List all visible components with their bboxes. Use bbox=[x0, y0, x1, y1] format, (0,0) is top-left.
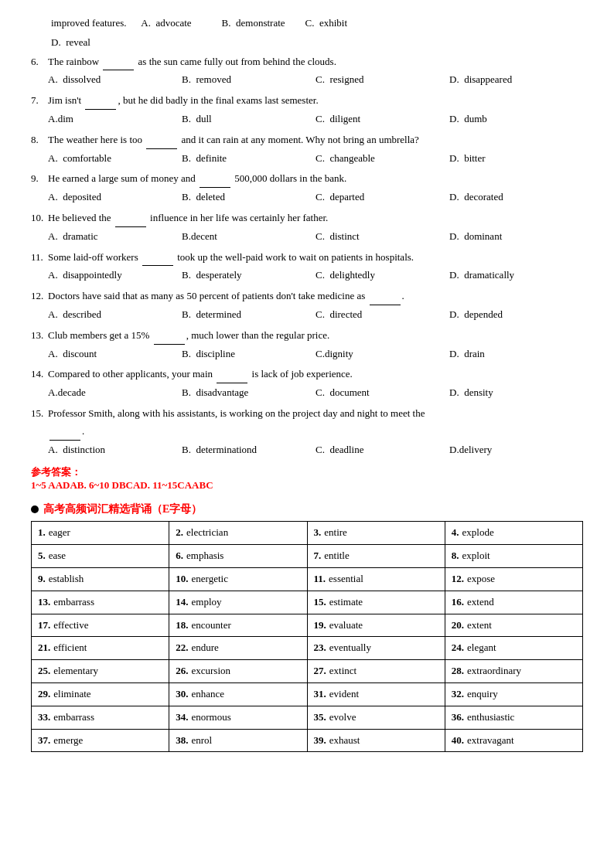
vocab-word: electrician bbox=[186, 526, 228, 538]
q8-options: A. comfortable B. definite C. changeable… bbox=[48, 151, 583, 167]
q11-text: Some laid-off workers took up the well-p… bbox=[48, 250, 583, 267]
vocab-word: eliminate bbox=[53, 688, 90, 700]
q9-text: He earned a large sum of money and 500,0… bbox=[48, 171, 583, 188]
vocab-num: 26. bbox=[176, 665, 188, 676]
vocab-cell: 10.energetic bbox=[169, 567, 307, 591]
vocab-word: eager bbox=[49, 526, 70, 538]
vocab-cell: 39.exhaust bbox=[307, 729, 445, 752]
answer-title: 参考答案： bbox=[31, 465, 583, 479]
vocab-num: 21. bbox=[38, 642, 50, 653]
vocab-word: enrol bbox=[192, 734, 213, 746]
vocab-num: 22. bbox=[176, 642, 188, 653]
vocab-cell: 6.emphasis bbox=[169, 545, 307, 568]
q14-opt-c: C. document bbox=[316, 385, 449, 401]
vocab-cell: 15.estimate bbox=[307, 591, 445, 614]
vocab-num: 12. bbox=[452, 573, 464, 584]
q7-num: 7. bbox=[31, 93, 48, 110]
q12-opt-a: A. described bbox=[48, 307, 182, 323]
vocab-cell: 11.essential bbox=[307, 567, 445, 591]
q9-opt-d: D. decorated bbox=[449, 189, 583, 206]
vocab-cell: 14.employ bbox=[169, 591, 307, 614]
vocab-cell: 20.extent bbox=[445, 614, 582, 637]
vocab-word: energetic bbox=[192, 573, 228, 584]
vocab-cell: 26.excursion bbox=[169, 660, 307, 683]
vocab-num: 30. bbox=[176, 688, 188, 700]
vocab-num: 19. bbox=[314, 619, 326, 631]
vocab-word: eventually bbox=[329, 642, 371, 653]
q6-options: A. dissolved B. removed C. resigned D. d… bbox=[48, 72, 583, 88]
q8-opt-d: D. bitter bbox=[449, 151, 583, 167]
vocab-word: expose bbox=[467, 573, 495, 584]
q11-opt-d: D. dramatically bbox=[449, 267, 583, 284]
question-6: 6. The rainbow as the sun came fully out… bbox=[31, 54, 583, 71]
vocab-word: extent bbox=[467, 619, 492, 631]
vocab-cell: 35.evolve bbox=[307, 706, 445, 729]
q13-num: 13. bbox=[31, 328, 48, 345]
q9-opt-c: C. departed bbox=[316, 189, 449, 206]
vocab-word: extraordinary bbox=[467, 665, 521, 676]
vocab-num: 10. bbox=[176, 573, 188, 584]
q12-text: Doctors have said that as many as 50 per… bbox=[48, 288, 583, 305]
vocab-word: enhance bbox=[192, 688, 225, 700]
vocab-word: estimate bbox=[329, 596, 363, 608]
vocab-cell: 38.enrol bbox=[169, 729, 307, 752]
vocab-word: essential bbox=[329, 573, 363, 584]
vocab-cell: 1.eager bbox=[32, 522, 169, 545]
vocab-cell: 37.emerge bbox=[32, 729, 169, 752]
q8-opt-c: C. changeable bbox=[316, 151, 449, 167]
vocab-cell: 7.entitle bbox=[307, 545, 445, 568]
vocab-cell: 28.extraordinary bbox=[445, 660, 582, 683]
vocab-cell: 32.enquiry bbox=[445, 682, 582, 706]
q7-opt-a: A.dim bbox=[48, 111, 182, 128]
vocab-header: 高考高频词汇精选背诵（E字母） bbox=[31, 502, 583, 516]
vocab-word: extend bbox=[467, 596, 494, 608]
q7-opt-c: C. diligent bbox=[316, 111, 449, 128]
q9-blank bbox=[200, 171, 230, 188]
vocab-num: 36. bbox=[452, 711, 464, 723]
vocab-num: 23. bbox=[314, 642, 326, 653]
vocab-word: enormous bbox=[192, 711, 231, 723]
vocab-num: 8. bbox=[452, 550, 459, 561]
vocab-num: 7. bbox=[314, 550, 322, 561]
vocab-num: 6. bbox=[176, 550, 183, 561]
vocab-table: 1.eager2.electrician3.entire4.explode5.e… bbox=[31, 521, 583, 752]
q6-opt-d: D. disappeared bbox=[449, 72, 583, 88]
top-section: improved features. A. advocate B. demons… bbox=[31, 15, 583, 458]
q9-num: 9. bbox=[31, 171, 48, 188]
q13-opt-a: A. discount bbox=[48, 346, 182, 363]
vocab-cell: 16.extend bbox=[445, 591, 582, 614]
q9-opt-a: A. deposited bbox=[48, 189, 182, 206]
vocab-num: 38. bbox=[176, 734, 188, 746]
vocab-num: 16. bbox=[452, 596, 464, 608]
q15-text-cont: . bbox=[48, 424, 583, 441]
q14-options: A.decade B. disadvantage C. document D. … bbox=[48, 385, 583, 401]
vocab-num: 31. bbox=[314, 688, 326, 700]
bullet-icon bbox=[31, 505, 39, 513]
q6-text: The rainbow as the sun came fully out fr… bbox=[48, 54, 583, 71]
vocab-cell: 34.enormous bbox=[169, 706, 307, 729]
vocab-word: ease bbox=[49, 550, 66, 561]
vocab-word: elegant bbox=[467, 642, 496, 653]
q10-options: A. dramatic B.decent C. distinct D. domi… bbox=[48, 229, 583, 245]
question-14: 14. Compared to other applicants, your m… bbox=[31, 366, 583, 383]
vocab-num: 40. bbox=[452, 734, 464, 746]
vocab-title: 高考高频词汇精选背诵（E字母） bbox=[43, 502, 202, 516]
question-9: 9. He earned a large sum of money and 50… bbox=[31, 171, 583, 188]
q15-opt-d: D.delivery bbox=[449, 442, 583, 458]
vocab-word: enquiry bbox=[467, 688, 498, 700]
vocab-cell: 19.evaluate bbox=[307, 614, 445, 637]
vocab-cell: 5.ease bbox=[32, 545, 169, 568]
vocab-cell: 31.evident bbox=[307, 682, 445, 706]
q11-opt-a: A. disappointedly bbox=[48, 267, 182, 284]
vocab-word: emerge bbox=[53, 734, 83, 746]
question-12: 12. Doctors have said that as many as 50… bbox=[31, 288, 583, 305]
vocab-cell: 21.efficient bbox=[32, 637, 169, 660]
q11-blank bbox=[142, 250, 173, 267]
vocab-word: endure bbox=[192, 642, 219, 653]
q7-opt-d: D. dumb bbox=[449, 111, 583, 128]
q15-options: A. distinction B. determinationd C. dead… bbox=[48, 442, 583, 458]
q12-num: 12. bbox=[31, 288, 48, 305]
q12-options: A. described B. determined C. directed D… bbox=[48, 307, 583, 323]
vocab-num: 33. bbox=[38, 711, 50, 723]
q7-blank bbox=[85, 93, 116, 110]
